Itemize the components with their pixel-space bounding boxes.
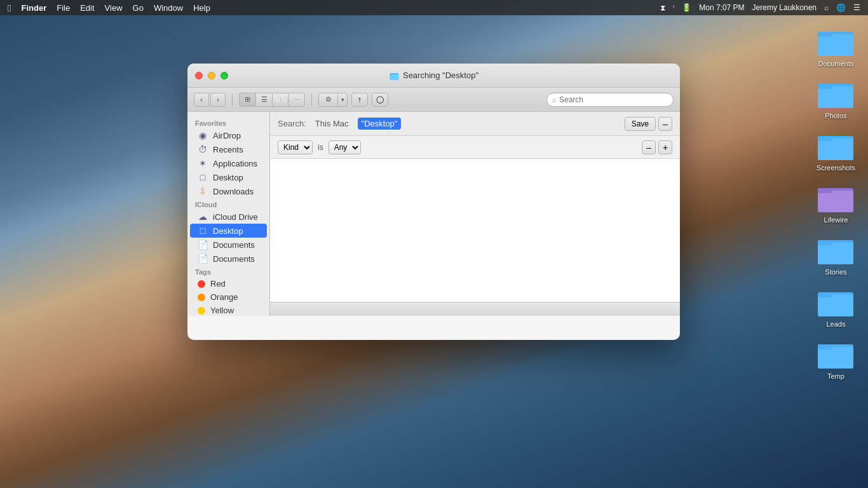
sidebar-label-icloud-desktop: Desktop [213, 226, 243, 236]
search-box[interactable]: ⌕ [546, 93, 674, 107]
menubar-left:  Finder File Edit View Go Window Help [8, 3, 210, 13]
maximize-button[interactable] [220, 72, 228, 79]
sidebar-item-tag-yellow[interactable]: Yellow [190, 304, 267, 316]
temp-folder-icon [817, 338, 855, 370]
temp-label: Temp [827, 372, 844, 380]
desktop-icon-documents[interactable]: Documents [817, 25, 855, 67]
filter-is-label: is [318, 143, 323, 152]
menu-finder[interactable]: Finder [21, 3, 46, 13]
desktop-icon-stories[interactable]: Stories [817, 234, 855, 276]
menubar-user[interactable]: Jeremy Laukkonen [752, 3, 817, 12]
svg-rect-13 [818, 243, 853, 264]
svg-rect-17 [818, 292, 832, 297]
nav-buttons: ‹ › [194, 93, 226, 107]
svg-rect-5 [818, 84, 832, 89]
add-filter-button[interactable]: + [658, 140, 672, 154]
search-bar-label: Search: [278, 119, 306, 128]
sidebar-label-tag-orange: Orange [210, 292, 238, 302]
screenshots-label: Screenshots [817, 164, 855, 172]
view-gallery-button[interactable]: ⋯ [288, 93, 305, 107]
sidebar-item-applications[interactable]: ✶ Applications [190, 156, 267, 170]
menu-view[interactable]: View [105, 3, 123, 13]
svg-rect-19 [818, 347, 853, 369]
menubar-globe-icon[interactable]: 🌐 [836, 3, 846, 12]
menubar-right: ⧗ ᵎ 🔋 Mon 7:07 PM Jeremy Laukkonen ⌕ 🌐 ☰ [660, 3, 860, 12]
menu-edit[interactable]: Edit [80, 3, 94, 13]
menu-file[interactable]: File [57, 3, 70, 13]
icloud-docs-1-icon: 📄 [198, 240, 208, 250]
desktop-fav-icon: □ [198, 172, 208, 182]
menu-help[interactable]: Help [193, 3, 210, 13]
desktop-icon-photos[interactable]: Photos [817, 78, 855, 119]
minimize-button[interactable] [208, 72, 215, 79]
menubar-search-icon[interactable]: ⌕ [824, 3, 829, 12]
icloud-desktop-icon: □ [198, 226, 208, 236]
sidebar-item-tag-orange[interactable]: Orange [190, 290, 267, 304]
remove-search-button[interactable]: – [658, 117, 672, 131]
view-icon-button[interactable]: ⊞ [239, 93, 255, 107]
sidebar-label-recents: Recents [213, 145, 243, 154]
search-input[interactable] [559, 95, 668, 104]
forward-button[interactable]: › [210, 93, 226, 107]
finder-window: Searching "Desktop" ‹ › ⊞ ☰ ⬜⬜ ⋯ [187, 64, 680, 340]
stories-label: Stories [825, 268, 846, 276]
sidebar-item-icloud-desktop[interactable]: □ Desktop [190, 224, 267, 238]
sidebar-item-icloud-drive[interactable]: ☁ iCloud Drive [190, 210, 267, 224]
menubar-list-icon[interactable]: ☰ [853, 3, 860, 12]
lifewire-folder-icon [817, 182, 855, 214]
desktop-scope-button[interactable]: "Desktop" [358, 118, 402, 130]
this-mac-button[interactable]: This Mac [311, 118, 353, 130]
desktop-icon-screenshots[interactable]: Screenshots [817, 130, 855, 172]
back-button[interactable]: ‹ [194, 93, 209, 107]
sidebar-label-applications: Applications [213, 159, 257, 168]
menu-window[interactable]: Window [154, 3, 183, 13]
toolbar-separator-1 [232, 93, 233, 106]
save-search-button[interactable]: Save [625, 117, 656, 131]
view-column-button[interactable]: ⬜⬜ [272, 93, 288, 107]
arrange-dropdown-button[interactable]: ▾ [337, 93, 348, 107]
window-body: Favorites ◉ AirDrop ⏱ Recents ✶ Applicat… [187, 112, 680, 316]
svg-rect-16 [818, 295, 853, 316]
remove-filter-button[interactable]: – [642, 140, 656, 154]
recents-icon: ⏱ [198, 144, 208, 154]
battery-icon[interactable]: 🔋 [682, 3, 691, 12]
sidebar-item-downloads[interactable]: ⇩ Downloads [190, 184, 267, 198]
sidebar: Favorites ◉ AirDrop ⏱ Recents ✶ Applicat… [187, 112, 270, 316]
arrange-button[interactable]: ⚙ [318, 93, 337, 107]
sidebar-item-tag-red[interactable]: Red [190, 277, 267, 290]
sidebar-item-icloud-documents-1[interactable]: 📄 Documents [190, 238, 267, 252]
wifi-icon[interactable]: ᵎ [673, 3, 674, 12]
menu-go[interactable]: Go [133, 3, 144, 13]
applications-icon: ✶ [198, 158, 208, 168]
share-button[interactable]: ↑ [351, 93, 368, 107]
search-bar-actions: Save – [625, 117, 672, 131]
photos-folder-icon [817, 78, 855, 109]
tag-red-dot [198, 280, 205, 288]
apple-logo[interactable]:  [8, 3, 11, 13]
window-titlebar: Searching "Desktop" [187, 64, 680, 88]
forward-icon: › [217, 95, 219, 104]
sidebar-label-icloud-docs-1: Documents [213, 240, 255, 250]
filter-bar: Kind is Any – + [270, 136, 680, 159]
chevron-down-icon: ▾ [341, 97, 344, 103]
desktop-icon-temp[interactable]: Temp [817, 338, 855, 380]
kind-filter-select[interactable]: Kind [278, 140, 313, 154]
desktop-icon-leads[interactable]: Leads [817, 286, 855, 328]
favorites-label: Favorites [187, 117, 269, 128]
any-filter-select[interactable]: Any [329, 140, 361, 154]
icon-view-icon: ⊞ [245, 95, 250, 104]
view-list-button[interactable]: ☰ [255, 93, 272, 107]
tag-button[interactable]: ◯ [372, 93, 388, 107]
sidebar-item-icloud-documents-2[interactable]: 📄 Documents [190, 252, 267, 266]
desktop-icon-lifewire[interactable]: Lifewire [817, 182, 855, 224]
screenshots-folder-icon [817, 130, 855, 161]
sidebar-label-tag-yellow: Yellow [210, 306, 234, 315]
window-title-text: Searching "Desktop" [403, 71, 478, 80]
sidebar-item-desktop[interactable]: □ Desktop [190, 170, 267, 184]
desktop-icons: Documents Photos Screenshots [817, 25, 855, 380]
close-button[interactable] [195, 72, 203, 79]
tag-yellow-dot [198, 307, 205, 315]
sidebar-item-recents[interactable]: ⏱ Recents [190, 142, 267, 156]
traffic-lights [195, 72, 228, 79]
sidebar-item-airdrop[interactable]: ◉ AirDrop [190, 128, 267, 142]
